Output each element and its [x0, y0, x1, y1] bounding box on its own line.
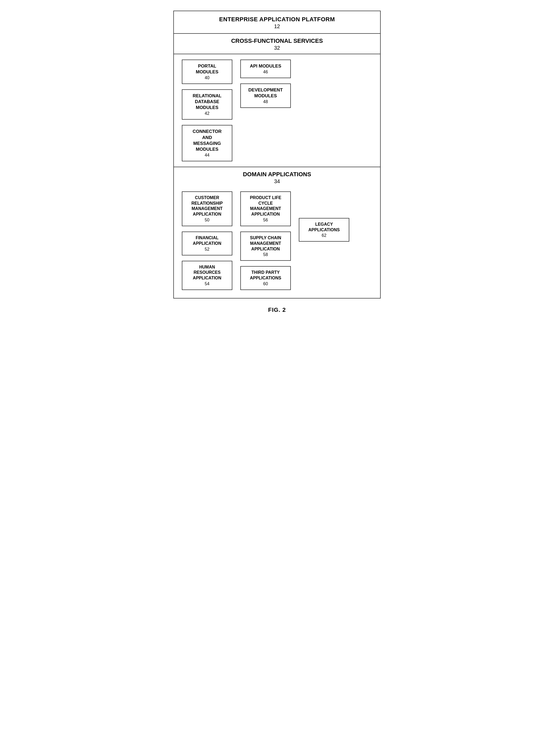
crm-app-title: CUSTOMERRELATIONSHIPMANAGEMENTAPPLICATIO…: [191, 195, 223, 217]
domain-right-col: PRODUCT LIFECYCLEMANAGEMENTAPPLICATION 5…: [240, 191, 291, 290]
modules-grid: PORTALMODULES 40 RELATIONALDATABASEMODUL…: [174, 54, 380, 167]
relational-db-title: RELATIONALDATABASEMODULES: [193, 93, 221, 111]
portal-modules-box: PORTALMODULES 40: [182, 60, 232, 84]
domain-applications-title: DOMAIN APPLICATIONS: [176, 171, 378, 178]
hr-app-title: HUMANRESOURCESAPPLICATION: [193, 265, 221, 281]
legacy-app-box: LEGACYAPPLICATIONS 62: [299, 218, 349, 242]
plm-app-number: 56: [263, 218, 268, 223]
hr-app-number: 54: [205, 282, 210, 286]
scm-app-title: SUPPLY CHAINMANAGEMENTAPPLICATION: [250, 235, 281, 252]
cross-functional-number: 32: [176, 45, 378, 51]
portal-modules-title: PORTALMODULES: [196, 63, 219, 75]
crm-app-box: CUSTOMERRELATIONSHIPMANAGEMENTAPPLICATIO…: [182, 191, 232, 226]
main-diagram-box: ENTERPRISE APPLICATION PLATFORM 12 CROSS…: [173, 11, 381, 298]
legacy-app-number: 62: [322, 233, 326, 238]
page-container: ENTERPRISE APPLICATION PLATFORM 12 CROSS…: [173, 11, 381, 313]
third-party-app-box: THIRD PARTYAPPLICATIONS 60: [240, 266, 291, 290]
platform-title: ENTERPRISE APPLICATION PLATFORM: [176, 16, 378, 23]
platform-number: 12: [176, 23, 378, 30]
api-modules-title: API MODULES: [250, 63, 281, 69]
financial-app-box: FINANCIALAPPLICATION 52: [182, 232, 232, 255]
development-modules-box: DEVELOPMENTMODULES 48: [240, 83, 291, 108]
development-modules-title: DEVELOPMENTMODULES: [248, 87, 283, 99]
development-modules-number: 48: [263, 100, 268, 104]
third-party-app-title: THIRD PARTYAPPLICATIONS: [250, 270, 281, 281]
legacy-app-title: LEGACYAPPLICATIONS: [309, 222, 340, 233]
legacy-col: LEGACYAPPLICATIONS 62: [299, 191, 349, 242]
platform-header: ENTERPRISE APPLICATION PLATFORM 12: [174, 11, 380, 34]
cross-functional-title: CROSS-FUNCTIONAL SERVICES: [176, 38, 378, 44]
crm-app-number: 50: [205, 218, 210, 223]
cross-functional-header: CROSS-FUNCTIONAL SERVICES 32: [174, 34, 380, 54]
relational-db-number: 42: [205, 111, 210, 116]
cross-functional-section: CROSS-FUNCTIONAL SERVICES 32 PORTALMODUL…: [174, 34, 380, 167]
financial-app-number: 52: [205, 247, 210, 252]
domain-left-col: CUSTOMERRELATIONSHIPMANAGEMENTAPPLICATIO…: [182, 191, 232, 290]
financial-app-title: FINANCIALAPPLICATION: [193, 235, 221, 246]
connector-messaging-box: CONNECTORANDMESSAGINGMODULES 44: [182, 125, 232, 161]
api-modules-number: 46: [263, 70, 268, 74]
relational-db-box: RELATIONALDATABASEMODULES 42: [182, 89, 232, 120]
api-modules-box: API MODULES 46: [240, 60, 291, 78]
modules-left-col: PORTALMODULES 40 RELATIONALDATABASEMODUL…: [182, 60, 232, 161]
plm-app-box: PRODUCT LIFECYCLEMANAGEMENTAPPLICATION 5…: [240, 191, 291, 226]
portal-modules-number: 40: [205, 75, 210, 80]
third-party-app-number: 60: [263, 282, 268, 286]
domain-applications-section: DOMAIN APPLICATIONS 34 CUSTOMERRELATIONS…: [174, 167, 380, 298]
domain-applications-number: 34: [176, 178, 378, 184]
connector-messaging-title: CONNECTORANDMESSAGINGMODULES: [192, 129, 221, 152]
connector-messaging-number: 44: [205, 153, 210, 158]
scm-app-box: SUPPLY CHAINMANAGEMENTAPPLICATION 58: [240, 232, 291, 261]
domain-apps-grid: CUSTOMERRELATIONSHIPMANAGEMENTAPPLICATIO…: [174, 187, 380, 298]
fig-label: FIG. 2: [173, 306, 381, 313]
hr-app-box: HUMANRESOURCESAPPLICATION 54: [182, 261, 232, 290]
scm-app-number: 58: [263, 252, 268, 257]
plm-app-title: PRODUCT LIFECYCLEMANAGEMENTAPPLICATION: [250, 195, 281, 217]
domain-applications-header: DOMAIN APPLICATIONS 34: [174, 167, 380, 187]
modules-right-col: API MODULES 46 DEVELOPMENTMODULES 48: [240, 60, 291, 161]
